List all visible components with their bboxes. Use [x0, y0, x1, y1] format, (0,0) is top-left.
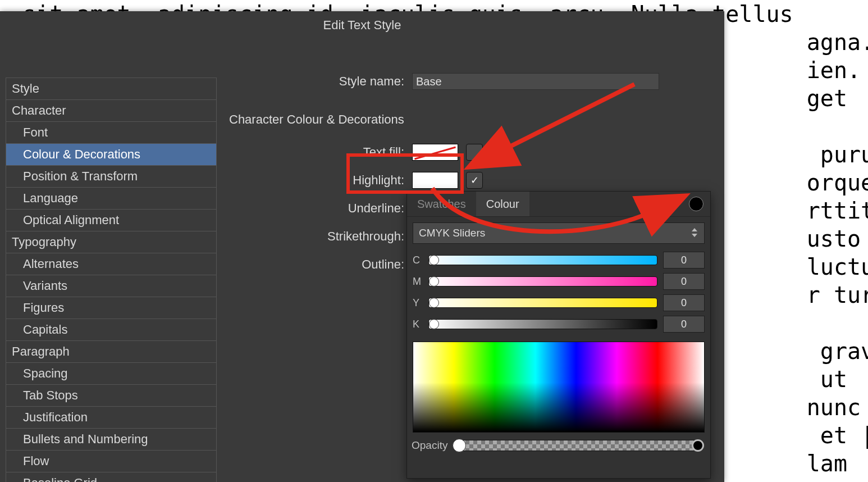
sidebar-item-variants[interactable]: Variants	[6, 275, 216, 297]
sidebar-item-colour-decorations[interactable]: Colour & Decorations	[6, 144, 216, 166]
k-label: K	[413, 319, 423, 330]
k-slider[interactable]	[428, 319, 657, 329]
k-value[interactable]: 0	[663, 316, 705, 333]
underline-label: Underline:	[225, 201, 404, 216]
category-sidebar: Style Character Font Colour & Decoration…	[6, 78, 217, 482]
colour-mode-select[interactable]: CMYK Sliders	[413, 222, 705, 244]
y-slider[interactable]	[428, 298, 657, 308]
sidebar-item-character[interactable]: Character	[6, 100, 216, 122]
sidebar-item-position-transform[interactable]: Position & Transform	[6, 166, 216, 188]
m-value[interactable]: 0	[663, 273, 705, 290]
edit-text-style-dialog: Edit Text Style Style Character Font Col…	[0, 11, 724, 482]
text-fill-label: Text fill:	[225, 145, 404, 160]
sidebar-item-language[interactable]: Language	[6, 188, 216, 210]
sidebar-item-bullets-numbering[interactable]: Bullets and Numbering	[6, 429, 216, 451]
sidebar-item-figures[interactable]: Figures	[6, 297, 216, 319]
m-label: M	[413, 276, 423, 288]
sidebar-item-baseline-grid[interactable]: Baseline Grid	[6, 472, 216, 482]
style-name-input[interactable]	[412, 73, 659, 90]
colour-spectrum[interactable]	[413, 342, 705, 433]
no-colour-icon[interactable]	[650, 197, 664, 211]
colour-popover: Swatches Colour CMYK Sliders C 0 M 0	[406, 191, 711, 479]
opacity-thumb-left[interactable]	[453, 439, 466, 452]
sidebar-item-typography[interactable]: Typography	[6, 231, 216, 253]
eyedropper-icon[interactable]	[670, 197, 683, 211]
sidebar-item-tab-stops[interactable]: Tab Stops	[6, 385, 216, 407]
section-title: Character Colour & Decorations	[229, 112, 707, 127]
dialog-title: Edit Text Style	[0, 11, 724, 49]
strikethrough-label: Strikethrough:	[225, 229, 404, 244]
opacity-label: Opacity	[412, 439, 447, 452]
sidebar-item-flow[interactable]: Flow	[6, 451, 216, 472]
sidebar-item-capitals[interactable]: Capitals	[6, 319, 216, 341]
c-label: C	[413, 254, 423, 266]
m-slider[interactable]	[428, 276, 657, 287]
sidebar-item-justification[interactable]: Justification	[6, 407, 216, 429]
c-slider[interactable]	[428, 255, 657, 265]
highlight-swatch[interactable]	[412, 172, 458, 189]
tab-swatches[interactable]: Swatches	[407, 192, 476, 216]
sidebar-item-spacing[interactable]: Spacing	[6, 363, 216, 385]
style-name-label: Style name:	[225, 74, 404, 89]
opacity-slider[interactable]	[453, 440, 703, 451]
current-colour-icon[interactable]	[689, 197, 703, 211]
highlight-label: Highlight:	[225, 173, 404, 188]
cmyk-sliders: C 0 M 0 Y 0 K 0	[407, 247, 710, 335]
sidebar-item-style[interactable]: Style	[6, 78, 216, 100]
highlight-checkbox[interactable]: ✓	[466, 172, 483, 189]
opacity-thumb-right[interactable]	[692, 439, 704, 452]
y-value[interactable]: 0	[663, 294, 705, 311]
outline-label: Outline:	[225, 257, 404, 272]
y-label: Y	[413, 297, 423, 309]
sidebar-item-font[interactable]: Font	[6, 122, 216, 144]
tab-colour[interactable]: Colour	[476, 192, 529, 216]
text-fill-checkbox[interactable]	[466, 144, 483, 161]
sidebar-item-paragraph[interactable]: Paragraph	[6, 341, 216, 363]
popover-tabs: Swatches Colour	[407, 192, 710, 217]
text-fill-swatch[interactable]	[412, 144, 458, 161]
c-value[interactable]: 0	[663, 252, 705, 269]
sidebar-item-alternates[interactable]: Alternates	[6, 253, 216, 275]
sidebar-item-optical-alignment[interactable]: Optical Alignment	[6, 210, 216, 231]
